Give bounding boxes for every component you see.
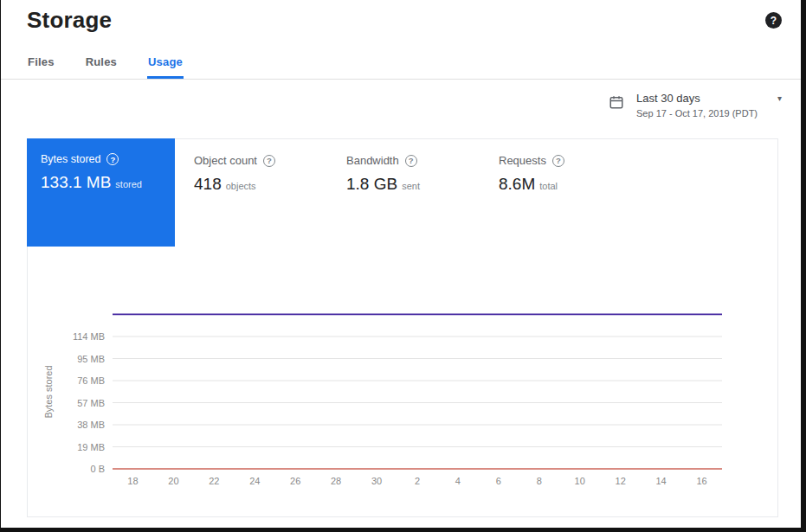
metrics-row: Bytes stored ? 133.1 MB stored Object co… — [27, 138, 777, 247]
svg-text:0 B: 0 B — [90, 464, 105, 474]
tab-rules[interactable]: Rules — [85, 48, 118, 79]
metric-requests[interactable]: Requests ? 8.6M total — [480, 138, 632, 247]
metric-bandwidth[interactable]: Bandwidth ? 1.8 GB sent — [327, 138, 480, 247]
svg-text:4: 4 — [455, 476, 461, 486]
metric-object-count[interactable]: Object count ? 418 objects — [175, 138, 327, 247]
help-icon[interactable]: ? — [765, 12, 782, 29]
tab-files[interactable]: Files — [27, 48, 55, 79]
metric-label: Bytes stored — [41, 153, 100, 165]
metric-unit: sent — [402, 181, 420, 191]
metric-value: 133.1 MB — [41, 173, 111, 192]
svg-text:76 MB: 76 MB — [77, 375, 105, 386]
svg-text:114 MB: 114 MB — [73, 331, 105, 342]
svg-text:20: 20 — [168, 476, 178, 486]
storage-page: Storage ? Files Rules Usage Last 30 days… — [1, 0, 801, 528]
svg-text:8: 8 — [537, 476, 542, 486]
svg-text:28: 28 — [331, 476, 341, 486]
svg-text:Bytes stored: Bytes stored — [43, 365, 54, 418]
metric-label: Object count — [194, 154, 257, 167]
svg-text:95 MB: 95 MB — [77, 354, 105, 364]
metric-value: 8.6M — [499, 175, 535, 194]
tab-bar: Files Rules Usage — [1, 48, 801, 80]
svg-text:26: 26 — [290, 476, 300, 486]
metric-value: 1.8 GB — [346, 175, 397, 194]
help-circle-icon[interactable]: ? — [263, 155, 275, 167]
svg-text:18: 18 — [127, 476, 138, 486]
help-circle-icon[interactable]: ? — [106, 153, 119, 165]
svg-text:16: 16 — [696, 476, 706, 486]
metric-bytes-stored[interactable]: Bytes stored ? 133.1 MB stored — [27, 138, 175, 247]
page-header: Storage ? — [27, 7, 782, 34]
metric-value: 418 — [194, 175, 222, 194]
calendar-icon[interactable] — [609, 94, 624, 110]
svg-text:19 MB: 19 MB — [77, 442, 105, 452]
svg-text:24: 24 — [249, 476, 260, 486]
date-range-label: Last 30 days — [636, 92, 700, 105]
date-range-detail: Sep 17 - Oct 17, 2019 (PDT) — [636, 108, 782, 119]
svg-text:22: 22 — [209, 476, 219, 486]
usage-chart[interactable]: 114 MB95 MB76 MB57 MB38 MB19 MB0 BBytes … — [38, 285, 771, 505]
chevron-down-icon: ▾ — [777, 93, 782, 103]
usage-card: Bytes stored ? 133.1 MB stored Object co… — [27, 138, 778, 517]
svg-text:12: 12 — [616, 476, 626, 486]
svg-text:6: 6 — [496, 476, 501, 486]
help-circle-icon[interactable]: ? — [552, 155, 564, 167]
svg-text:14: 14 — [655, 476, 666, 486]
svg-text:2: 2 — [415, 476, 420, 486]
svg-text:38 MB: 38 MB — [77, 420, 105, 430]
metric-unit: stored — [115, 179, 142, 189]
help-circle-icon[interactable]: ? — [405, 155, 417, 167]
metric-unit: objects — [226, 181, 256, 191]
tab-usage[interactable]: Usage — [147, 48, 184, 79]
metric-unit: total — [539, 181, 558, 191]
svg-text:10: 10 — [575, 476, 585, 486]
page-title: Storage — [27, 7, 112, 34]
window-frame: Storage ? Files Rules Usage Last 30 days… — [0, 0, 806, 532]
svg-text:57 MB: 57 MB — [77, 398, 105, 408]
date-range-row: Last 30 days ▾ Sep 17 - Oct 17, 2019 (PD… — [609, 92, 782, 119]
metric-label: Requests — [499, 154, 546, 167]
svg-text:30: 30 — [371, 476, 382, 486]
date-range-selector[interactable]: Last 30 days ▾ Sep 17 - Oct 17, 2019 (PD… — [636, 92, 782, 119]
metric-label: Bandwidth — [346, 154, 399, 167]
